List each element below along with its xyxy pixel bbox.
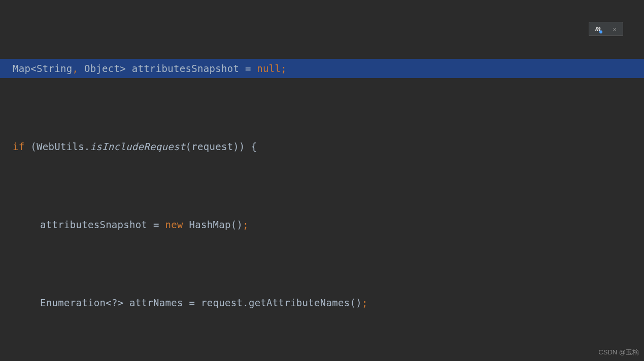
code-token: null xyxy=(251,59,281,79)
code-token: Object xyxy=(78,59,120,79)
code-token: attributesSnapshot xyxy=(126,59,245,79)
code-token: request.getAttributeNames() xyxy=(195,293,362,313)
widget-logo-icon: m xyxy=(595,25,601,32)
code-token: (request)) { xyxy=(185,137,257,157)
code-token: new xyxy=(159,215,183,235)
code-token: ; xyxy=(362,293,368,313)
code-editor[interactable]: Map<String, Object> attributesSnapshot =… xyxy=(0,0,644,361)
code-line: Map<String, Object> attributesSnapshot =… xyxy=(0,59,644,79)
code-token: attrNames xyxy=(123,293,189,313)
code-token: String xyxy=(37,59,72,79)
code-token: isIncludeRequest xyxy=(90,137,186,157)
code-token: = xyxy=(245,59,251,79)
code-line: if (WebUtils.isIncludeRequest(request)) … xyxy=(0,137,644,157)
code-token: < xyxy=(30,59,37,79)
code-token: > xyxy=(120,59,126,79)
code-token: ; xyxy=(281,59,287,79)
code-token: if xyxy=(13,137,24,157)
close-icon[interactable]: ✕ xyxy=(613,25,617,33)
code-token: <?> xyxy=(106,293,123,313)
code-line: Enumeration<?> attrNames = request.getAt… xyxy=(0,293,644,313)
code-token: = xyxy=(153,215,159,235)
code-token: = xyxy=(189,293,195,313)
code-line: attributesSnapshot = new HashMap(); xyxy=(0,215,644,235)
code-token: Map xyxy=(13,59,30,79)
watermark-text: CSDN @玉樀 xyxy=(598,348,639,357)
editor-widget[interactable]: m ✕ xyxy=(589,22,623,36)
code-token: HashMap() xyxy=(183,215,243,235)
code-token: attributesSnapshot xyxy=(40,215,153,235)
code-token: Enumeration xyxy=(40,293,106,313)
code-token: , xyxy=(72,59,78,79)
code-token: ; xyxy=(243,215,249,235)
code-token: (WebUtils. xyxy=(24,137,90,157)
